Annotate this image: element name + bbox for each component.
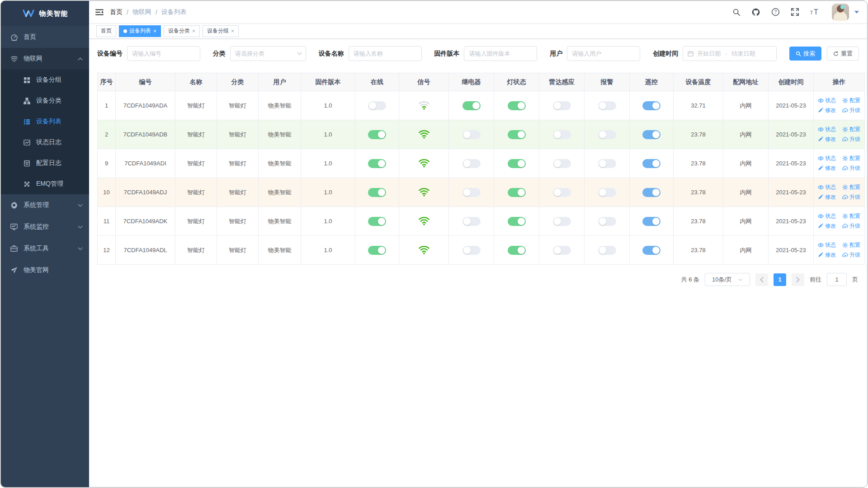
goto-page-input[interactable] — [827, 273, 847, 286]
action-config-link[interactable]: 配置 — [842, 241, 860, 249]
online-toggle[interactable] — [368, 217, 386, 226]
action-edit-link[interactable]: 修改 — [818, 107, 836, 114]
radar-toggle[interactable] — [553, 101, 571, 110]
device-name-input[interactable] — [349, 46, 422, 61]
action-upgrade-link[interactable]: 升级 — [842, 107, 860, 114]
prev-page-button[interactable] — [755, 273, 768, 286]
sidebar-item-system-tools[interactable]: 系统工具 — [1, 238, 89, 259]
relay-toggle[interactable] — [462, 217, 481, 226]
tab-device-group[interactable]: 设备分组× — [203, 25, 239, 37]
breadcrumb-item[interactable]: 首页 — [110, 8, 123, 16]
online-toggle[interactable] — [368, 130, 386, 139]
fullscreen-icon[interactable] — [791, 8, 799, 16]
sidebar-item-system-monitor[interactable]: 系统监控 — [1, 216, 89, 238]
light-toggle[interactable] — [508, 246, 526, 255]
sidebar-item-device-category[interactable]: 设备分类 — [1, 90, 89, 111]
sidebar-item-system-manage[interactable]: 系统管理 — [1, 194, 89, 216]
action-edit-link[interactable]: 修改 — [818, 222, 836, 230]
remote-toggle[interactable] — [642, 130, 660, 139]
relay-toggle[interactable] — [462, 159, 481, 168]
sidebar-item-official-site[interactable]: 物美官网 — [1, 259, 89, 281]
date-range-input[interactable]: 开始日期 - 结束日期 — [683, 46, 777, 61]
action-upgrade-link[interactable]: 升级 — [842, 222, 860, 230]
user-avatar[interactable] — [832, 4, 849, 21]
action-edit-link[interactable]: 修改 — [818, 251, 836, 259]
radar-toggle[interactable] — [553, 159, 571, 168]
tab-home[interactable]: 首页 — [96, 25, 116, 37]
action-status-link[interactable]: 状态 — [818, 241, 836, 249]
action-config-link[interactable]: 配置 — [842, 183, 860, 191]
online-toggle[interactable] — [368, 159, 386, 168]
firmware-input[interactable] — [464, 46, 537, 61]
remote-toggle[interactable] — [642, 159, 660, 168]
remote-toggle[interactable] — [642, 188, 660, 197]
alarm-toggle[interactable] — [598, 130, 616, 139]
action-edit-link[interactable]: 修改 — [818, 193, 836, 201]
action-edit-link[interactable]: 修改 — [818, 136, 836, 143]
radar-toggle[interactable] — [553, 246, 571, 255]
sidebar-item-home[interactable]: 首页 — [1, 26, 89, 48]
close-icon[interactable]: × — [153, 28, 156, 34]
action-upgrade-link[interactable]: 升级 — [842, 164, 860, 172]
close-icon[interactable]: × — [192, 28, 195, 34]
close-icon[interactable]: × — [231, 28, 234, 34]
remote-toggle[interactable] — [642, 101, 660, 110]
action-edit-link[interactable]: 修改 — [818, 164, 836, 172]
page-size-select[interactable]: 10条/页 — [705, 273, 750, 286]
action-status-link[interactable]: 状态 — [818, 155, 836, 162]
light-toggle[interactable] — [508, 159, 526, 168]
sidebar-item-device-list[interactable]: 设备列表 — [1, 111, 89, 132]
relay-toggle[interactable] — [462, 101, 481, 110]
relay-toggle[interactable] — [462, 246, 481, 255]
online-toggle[interactable] — [368, 246, 386, 255]
sidebar-toggle-icon[interactable] — [95, 9, 104, 16]
search-button[interactable]: 搜索 — [789, 47, 821, 61]
user-menu-caret-icon[interactable] — [854, 11, 859, 14]
alarm-toggle[interactable] — [598, 101, 616, 110]
action-config-link[interactable]: 配置 — [842, 126, 860, 133]
radar-toggle[interactable] — [553, 217, 571, 226]
category-select[interactable]: 请选择分类 — [230, 46, 306, 61]
alarm-toggle[interactable] — [598, 159, 616, 168]
font-size-icon[interactable]: TT — [810, 8, 821, 16]
online-toggle[interactable] — [368, 101, 386, 110]
action-config-link[interactable]: 配置 — [842, 212, 860, 220]
alarm-toggle[interactable] — [598, 188, 616, 197]
sidebar-item-config-log[interactable]: 配置日志 — [1, 153, 89, 174]
relay-toggle[interactable] — [462, 188, 481, 197]
alarm-toggle[interactable] — [598, 246, 616, 255]
action-status-link[interactable]: 状态 — [818, 126, 836, 133]
light-toggle[interactable] — [508, 217, 526, 226]
device-no-input[interactable] — [127, 46, 200, 61]
page-number-button[interactable]: 1 — [774, 273, 786, 286]
user-input[interactable] — [567, 46, 640, 61]
light-toggle[interactable] — [508, 130, 526, 139]
remote-toggle[interactable] — [642, 246, 660, 255]
tab-device-list[interactable]: 设备列表× — [119, 25, 161, 37]
light-toggle[interactable] — [508, 188, 526, 197]
light-toggle[interactable] — [508, 101, 526, 110]
next-page-button[interactable] — [792, 273, 804, 286]
remote-toggle[interactable] — [642, 217, 660, 226]
sidebar-item-device-group[interactable]: 设备分组 — [1, 70, 89, 90]
reset-button[interactable]: 重置 — [827, 47, 859, 61]
github-icon[interactable] — [751, 8, 760, 17]
action-upgrade-link[interactable]: 升级 — [842, 251, 860, 259]
search-icon[interactable] — [732, 8, 741, 16]
action-config-link[interactable]: 配置 — [842, 155, 860, 162]
action-status-link[interactable]: 状态 — [818, 97, 836, 104]
logo[interactable]: 物美智能 — [1, 1, 89, 26]
action-status-link[interactable]: 状态 — [818, 212, 836, 220]
help-icon[interactable]: ? — [771, 8, 780, 16]
online-toggle[interactable] — [368, 188, 386, 197]
radar-toggle[interactable] — [553, 130, 571, 139]
tab-device-category[interactable]: 设备分类× — [164, 25, 200, 37]
relay-toggle[interactable] — [462, 130, 481, 139]
alarm-toggle[interactable] — [598, 217, 616, 226]
action-config-link[interactable]: 配置 — [842, 97, 860, 104]
sidebar-item-emq[interactable]: EMQ管理 — [1, 174, 89, 194]
action-status-link[interactable]: 状态 — [818, 183, 836, 191]
action-upgrade-link[interactable]: 升级 — [842, 193, 860, 201]
sidebar-item-status-log[interactable]: 状态日志 — [1, 132, 89, 153]
action-upgrade-link[interactable]: 升级 — [842, 136, 860, 143]
